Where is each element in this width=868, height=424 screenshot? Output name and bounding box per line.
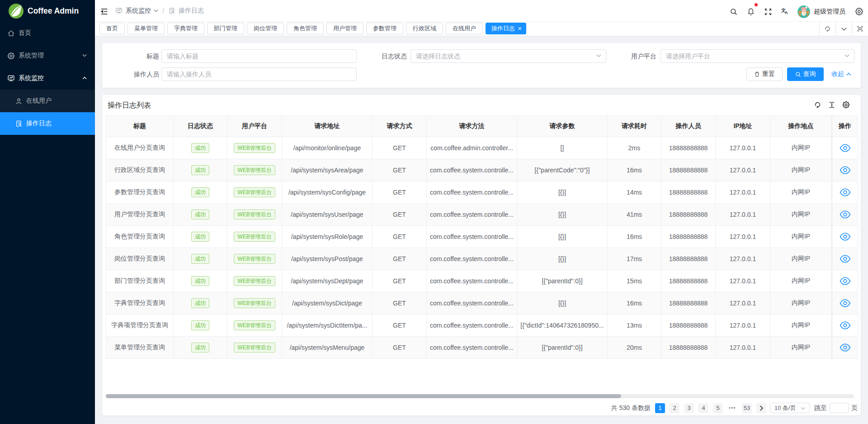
svg-text:A: A [785,10,788,15]
